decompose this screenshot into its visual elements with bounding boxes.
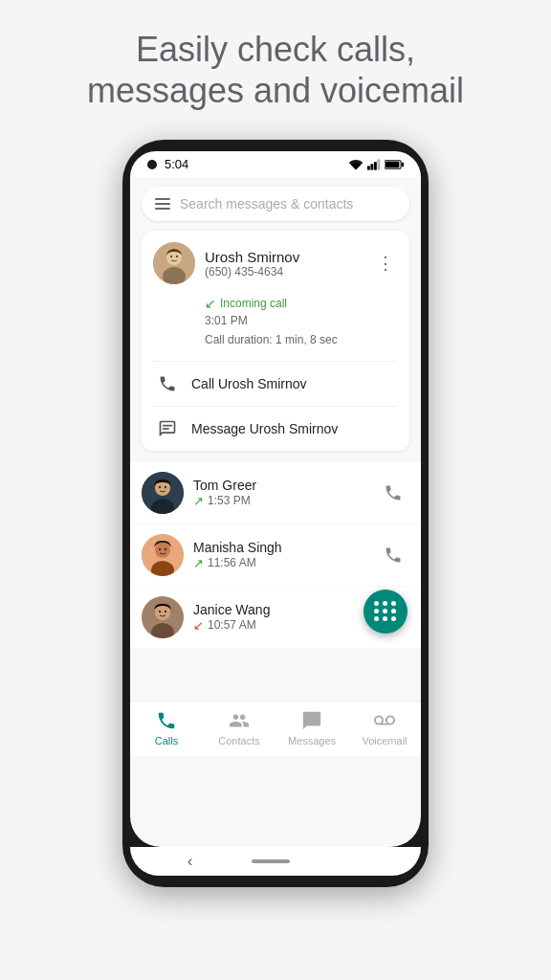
- svg-point-27: [159, 611, 161, 612]
- phone-mockup: 5:04: [122, 140, 429, 887]
- call-button-tom[interactable]: [377, 477, 409, 509]
- call-action-button[interactable]: Call Urosh Smirnov: [142, 362, 409, 406]
- nav-messages[interactable]: Messages: [276, 709, 348, 746]
- expanded-call-card: Urosh Smirnov (650) 435-4634 ⋮ ↙ Incomin…: [142, 231, 409, 450]
- avatar-tom: [142, 472, 184, 514]
- message-action-button[interactable]: Message Urosh Smirnov: [142, 407, 409, 451]
- hamburger-icon[interactable]: [155, 198, 170, 210]
- svg-point-23: [165, 548, 166, 550]
- call-time-janice: ↙ 10:57 AM: [193, 618, 367, 633]
- svg-point-22: [159, 548, 161, 550]
- dialpad-fab[interactable]: [364, 590, 408, 634]
- call-card-header: Urosh Smirnov (650) 435-4634 ⋮: [142, 231, 409, 292]
- voicemail-nav-label: Voicemail: [362, 735, 407, 746]
- call-card-contact-info: Urosh Smirnov (650) 435-4634: [205, 249, 364, 278]
- svg-point-18: [165, 486, 166, 488]
- headline-line1: Easily check calls,: [136, 30, 415, 69]
- svg-point-28: [165, 611, 166, 612]
- wifi-icon: [348, 159, 364, 170]
- outgoing-arrow-icon: ↗: [193, 494, 204, 508]
- voicemail-nav-icon: [373, 709, 396, 732]
- call-list-info-manisha: Manisha Singh ↗ 11:56 AM: [193, 540, 367, 570]
- camera-dot: [147, 160, 157, 169]
- headline-line2: messages and voicemail: [87, 71, 464, 110]
- call-action-label: Call Urosh Smirnov: [191, 376, 307, 391]
- missed-arrow-icon: ↙: [193, 618, 204, 633]
- svg-rect-1: [371, 164, 374, 169]
- headline: Easily check calls, messages and voicema…: [49, 29, 502, 111]
- svg-point-25: [155, 605, 170, 620]
- contacts-nav-icon: [228, 709, 251, 732]
- dialpad-icon: [374, 601, 397, 621]
- nav-calls[interactable]: Calls: [130, 709, 203, 746]
- outgoing-arrow-icon: ↗: [193, 556, 204, 570]
- calls-nav-label: Calls: [155, 735, 178, 746]
- svg-rect-3: [378, 159, 381, 169]
- phone-icon: [157, 373, 178, 394]
- avatar-urosh: [153, 242, 195, 284]
- svg-rect-6: [386, 162, 399, 167]
- svg-point-10: [170, 256, 172, 257]
- calls-nav-icon: [155, 709, 178, 732]
- svg-rect-13: [163, 428, 169, 430]
- clock: 5:04: [165, 157, 188, 171]
- svg-point-20: [155, 543, 170, 558]
- call-detail: ↙ Incoming call 3:01 PM Call duration: 1…: [142, 292, 409, 360]
- search-placeholder: Search messages & contacts: [180, 196, 353, 212]
- avatar-janice: [142, 596, 184, 638]
- call-list-item[interactable]: Manisha Singh ↗ 11:56 AM: [130, 524, 421, 586]
- signal-icon: [367, 159, 381, 170]
- call-time-duration: 3:01 PM Call duration: 1 min, 8 sec: [205, 312, 398, 348]
- contact-name: Urosh Smirnov: [205, 249, 364, 265]
- messages-nav-label: Messages: [288, 735, 336, 746]
- avatar-manisha: [142, 534, 184, 576]
- svg-point-11: [176, 256, 178, 257]
- more-options-button[interactable]: ⋮: [373, 249, 398, 278]
- call-list-info-janice: Janice Wang ↙ 10:57 AM: [193, 602, 367, 633]
- battery-icon: [385, 159, 404, 170]
- back-button[interactable]: ‹: [187, 853, 192, 870]
- contacts-nav-label: Contacts: [218, 735, 259, 746]
- phone-screen: Search messages & contacts: [130, 177, 421, 847]
- call-button-manisha[interactable]: [377, 539, 409, 571]
- call-time-manisha: ↗ 11:56 AM: [193, 556, 367, 570]
- svg-rect-12: [163, 425, 172, 427]
- call-list-item[interactable]: Tom Greer ↗ 1:53 PM: [130, 462, 421, 523]
- status-icons: [348, 159, 404, 170]
- messages-nav-icon: [300, 709, 323, 732]
- nav-voicemail[interactable]: Voicemail: [348, 709, 421, 746]
- nav-contacts[interactable]: Contacts: [203, 709, 276, 746]
- search-bar[interactable]: Search messages & contacts: [142, 187, 409, 221]
- svg-rect-0: [367, 166, 370, 169]
- incoming-arrow-icon: ↙: [205, 296, 216, 311]
- status-time-area: 5:04: [147, 157, 188, 171]
- svg-rect-5: [402, 163, 404, 167]
- android-nav-bar: ‹: [130, 847, 421, 876]
- home-pill[interactable]: [252, 859, 290, 863]
- call-type: ↙ Incoming call: [205, 296, 398, 311]
- message-action-label: Message Urosh Smirnov: [191, 421, 338, 436]
- message-icon: [157, 418, 178, 439]
- contact-number: (650) 435-4634: [205, 265, 364, 278]
- call-time-tom: ↗ 1:53 PM: [193, 494, 367, 508]
- svg-point-17: [159, 486, 161, 488]
- status-bar: 5:04: [130, 151, 421, 177]
- bottom-nav: Calls Contacts Messages: [130, 701, 421, 756]
- call-list-info-tom: Tom Greer ↗ 1:53 PM: [193, 478, 367, 508]
- svg-rect-2: [374, 162, 377, 169]
